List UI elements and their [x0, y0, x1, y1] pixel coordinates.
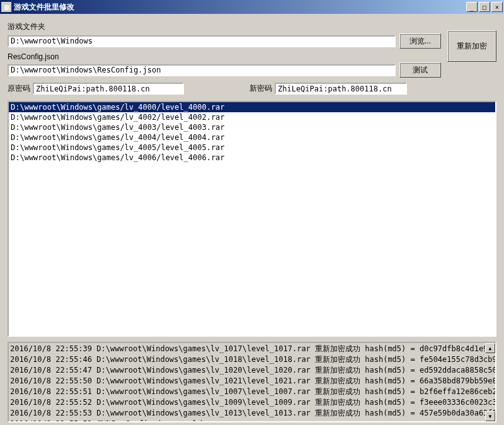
- new-password-label: 新密码: [249, 83, 272, 94]
- minimize-button[interactable]: _: [466, 2, 478, 12]
- titlebar: ▦ 游戏文件批里修改 _ □ ×: [0, 0, 504, 14]
- reencrypt-button[interactable]: 重新加密: [447, 30, 496, 62]
- folder-input[interactable]: [8, 35, 396, 47]
- log-line: 2016/10/8 22:55:53 D:\wwwroot\Windows\ga…: [10, 408, 494, 419]
- browse-button[interactable]: 浏览...: [399, 33, 441, 49]
- window-title: 游戏文件批里修改: [14, 2, 466, 13]
- scroll-up-icon[interactable]: ▲: [485, 343, 495, 353]
- close-button[interactable]: ×: [491, 2, 503, 12]
- file-listbox[interactable]: D:\wwwroot\Windows\games/lv_4000/level_4…: [8, 101, 496, 337]
- app-icon: ▦: [1, 2, 11, 12]
- old-password-input[interactable]: [33, 83, 184, 95]
- scroll-down-icon[interactable]: ▼: [485, 411, 495, 421]
- new-password-input[interactable]: [275, 83, 407, 95]
- list-item[interactable]: D:\wwwroot\Windows\games/lv_4005/level_4…: [9, 143, 495, 153]
- old-password-label: 原密码: [8, 83, 30, 94]
- log-textbox[interactable]: 2016/10/8 22:55:39 D:\wwwroot\Windows\ga…: [8, 342, 496, 422]
- list-item[interactable]: D:\wwwroot\Windows\games/lv_4006/level_4…: [9, 153, 495, 163]
- maximize-button[interactable]: □: [479, 2, 490, 12]
- folder-label: 游戏文件夹: [8, 21, 441, 32]
- log-line: 2016/10/8 22:55:39 D:\wwwroot\Windows\ga…: [10, 344, 494, 354]
- client-area: 游戏文件夹 浏览... ResConfig.json 测试 重新加密 原密码 新…: [0, 14, 504, 425]
- log-line: 2016/10/8 22:55:50 D:\wwwroot\Windows\ga…: [10, 376, 494, 387]
- window-buttons: _ □ ×: [466, 2, 503, 12]
- log-line: 2016/10/8 22:55:46 D:\wwwroot\Windows\ga…: [10, 354, 494, 365]
- list-item[interactable]: D:\wwwroot\Windows\games/lv_4000/level_4…: [9, 102, 495, 112]
- resconfig-label: ResConfig.json: [8, 52, 441, 61]
- resconfig-input[interactable]: [8, 64, 396, 76]
- log-line: 2016/10/8 22:55:53 保存ResConfig.json - 成功: [10, 419, 494, 422]
- log-line: 2016/10/8 22:55:47 D:\wwwroot\Windows\ga…: [10, 365, 494, 376]
- list-item[interactable]: D:\wwwroot\Windows\games/lv_4002/level_4…: [9, 112, 495, 122]
- log-line: 2016/10/8 22:55:52 D:\wwwroot\Windows\ga…: [10, 397, 494, 408]
- list-item[interactable]: D:\wwwroot\Windows\games/lv_4004/level_4…: [9, 132, 495, 143]
- log-line: 2016/10/8 22:55:51 D:\wwwroot\Windows\ga…: [10, 387, 494, 397]
- test-button[interactable]: 测试: [399, 62, 441, 78]
- list-item[interactable]: D:\wwwroot\Windows\games/lv_4003/level_4…: [9, 122, 495, 132]
